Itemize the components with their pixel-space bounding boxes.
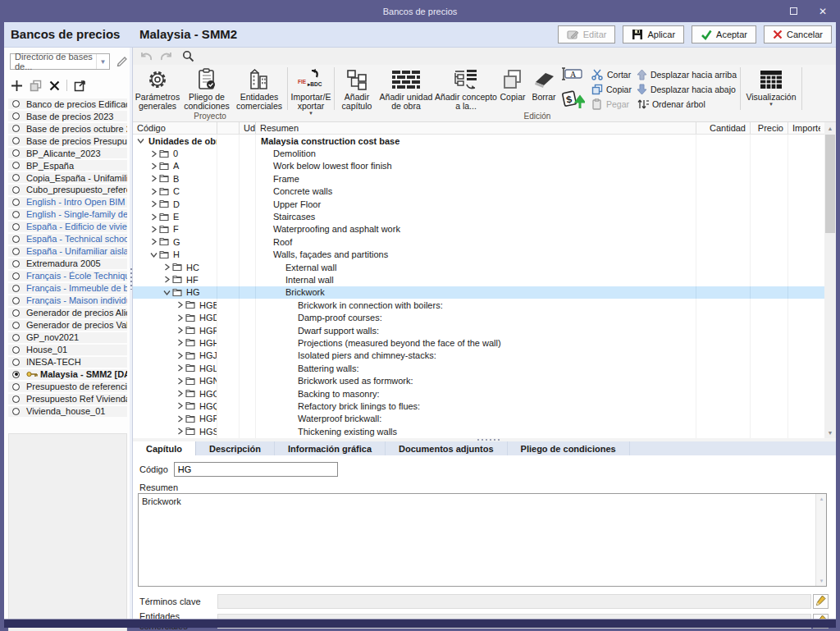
table-row[interactable]: HGOBacking to masonry: [133, 387, 824, 400]
tab-pliego-de-condiciones[interactable]: Pliego de condiciones [508, 441, 630, 455]
ribbon-button-entidades-comerciales[interactable]: Entidades comerciales [233, 65, 285, 111]
expand-icon[interactable] [148, 199, 159, 209]
list-item[interactable]: Base de precios 2023 [8, 111, 127, 121]
list-item[interactable]: Malaysia - SMM2 [DA... [8, 369, 127, 380]
list-item[interactable]: BP_Alicante_2023 [8, 148, 127, 158]
scroll-down-icon[interactable]: ▼ [824, 427, 836, 438]
list-item[interactable]: Français - École Technique [8, 271, 127, 281]
list-item[interactable]: Français - Maison individu... [8, 295, 127, 306]
resumen-scrollbar[interactable]: ▲ ▼ [815, 494, 826, 586]
expand-icon[interactable] [162, 262, 172, 272]
expand-icon[interactable] [148, 186, 159, 197]
table-row[interactable]: FWaterproofing and asphalt work [133, 223, 824, 235]
expand-icon[interactable] [175, 400, 185, 411]
table-row[interactable]: GRoof [133, 235, 824, 248]
expand-icon[interactable] [148, 224, 159, 235]
cancelar-button[interactable]: Cancelar [764, 25, 832, 43]
collapse-icon[interactable] [148, 249, 159, 260]
expand-icon[interactable] [148, 212, 159, 222]
ribbon-button-copiar[interactable]: Copiar [591, 83, 632, 96]
duplicate-database-button[interactable] [29, 79, 42, 92]
list-item[interactable]: Base de precios Presupues... [8, 135, 127, 146]
undo-button[interactable] [138, 49, 153, 64]
expand-icon[interactable] [175, 313, 185, 323]
list-item[interactable]: España - Unifamiliar aislada [8, 246, 127, 257]
aplicar-button[interactable]: Aplicar [623, 25, 684, 43]
ribbon-button-borrar[interactable]: Borrar [528, 65, 559, 102]
table-row[interactable]: HGDDamp-proof courses: [133, 311, 824, 323]
maximize-button[interactable] [779, 0, 807, 22]
list-item[interactable]: Extremadura 2005 [8, 258, 127, 269]
expand-icon[interactable] [175, 325, 185, 336]
list-item[interactable]: English - Single-family det... [8, 209, 127, 220]
tab-informaci-n-gr-fica[interactable]: Información gráfica [275, 441, 386, 455]
table-row[interactable]: DUpper Floor [133, 198, 824, 210]
table-row[interactable]: HGLBattering walls: [133, 362, 824, 374]
table-row[interactable]: HGJIsolated piers and chimney-stacks: [133, 350, 824, 362]
collapse-icon[interactable] [135, 135, 146, 146]
list-item[interactable]: House_01 [8, 345, 127, 355]
tab-descripci-n[interactable]: Descripción [196, 441, 275, 455]
ribbon-button-ordenar-rbol[interactable]: Ordenar árbol [637, 98, 737, 111]
close-button[interactable]: ✕ [809, 0, 837, 22]
list-item[interactable]: INESA-TECH [8, 357, 127, 368]
scroll-down-icon[interactable]: ▼ [816, 576, 827, 586]
expand-icon[interactable] [175, 376, 185, 386]
table-row[interactable]: HGBBrickwork in connection with boilers: [133, 299, 824, 311]
expand-icon[interactable] [175, 350, 185, 361]
collapse-icon[interactable] [162, 287, 172, 298]
scrollbar-thumb[interactable] [825, 135, 835, 233]
table-row[interactable]: HGRWaterproof brickwall: [133, 413, 824, 425]
aceptar-button[interactable]: Aceptar [692, 25, 756, 43]
expand-icon[interactable] [148, 236, 159, 247]
table-row[interactable]: HGSThickening existing walls [133, 425, 824, 437]
table-row[interactable]: HGBrickwork [133, 286, 824, 299]
tab-cap-tulo[interactable]: Capítulo [133, 441, 196, 455]
table-row[interactable]: BFrame [133, 172, 824, 185]
ribbon-button-a-adir-cap-tulo[interactable]: Añadir capítulo [336, 65, 377, 111]
table-row[interactable]: HFInternal wall [133, 273, 824, 286]
list-item[interactable]: Vivienda_house_01 [8, 406, 127, 417]
list-item[interactable]: English - Intro Open BIM [8, 197, 127, 208]
expand-icon[interactable] [175, 426, 185, 437]
expand-icon[interactable] [175, 388, 185, 399]
expand-icon[interactable] [175, 299, 185, 310]
table-row[interactable]: HGHProjections (measured beyond the face… [133, 336, 824, 349]
ribbon-button-pliego-de-condiciones[interactable]: Pliego de condiciones [180, 65, 233, 111]
column-header-blank[interactable] [217, 122, 240, 134]
expand-icon[interactable] [148, 161, 159, 171]
tab-documentos-adjuntos[interactable]: Documentos adjuntos [386, 441, 508, 455]
list-item[interactable]: Français - Immeuble de b... [8, 283, 127, 294]
list-item[interactable]: España - Edificio de vivien... [8, 222, 127, 232]
edit-directory-button[interactable] [116, 54, 128, 68]
table-row[interactable]: Unidades de obraMalaysia construction co… [133, 135, 824, 147]
expand-icon[interactable] [175, 363, 185, 373]
editar-button[interactable]: Editar [558, 25, 616, 43]
table-row[interactable]: 0Demolition [133, 147, 824, 159]
list-item[interactable]: Copia_España - Unifamilia... [8, 172, 127, 183]
visualizacion-button[interactable]: Visualización▼ [742, 65, 800, 107]
add-database-button[interactable] [10, 79, 23, 92]
table-row[interactable]: AWork below lowest floor finish [133, 160, 824, 172]
list-item[interactable]: Base de precios octubre 20... [8, 123, 127, 134]
list-item[interactable]: Presupuesto Ref Vivienda ... [8, 394, 127, 405]
redo-button[interactable] [159, 49, 174, 64]
table-row[interactable]: HGNBrickwork used as formwork: [133, 374, 824, 386]
ribbon-button-pegar[interactable]: Pegar [591, 98, 632, 111]
expand-icon[interactable] [148, 149, 159, 159]
directory-dropdown[interactable]: Directorio de bases de... ▼ [10, 53, 110, 70]
edit-terminos-button[interactable] [813, 594, 829, 609]
list-item[interactable]: Cubo_presupuesto_refere... [8, 185, 127, 195]
ribbon-button-a-adir-concepto-a-la-[interactable]: Añadir concepto a la... [435, 65, 497, 111]
ribbon-button-a-adir-unidad-de-obra[interactable]: Añadir unidad de obra [377, 65, 435, 111]
expand-icon[interactable] [175, 337, 185, 348]
table-row[interactable]: EStaircases [133, 210, 824, 222]
expand-icon[interactable] [148, 173, 159, 184]
table-row[interactable]: HGFDwarf support walls: [133, 324, 824, 336]
ribbon-button-desplazar-hacia-abajo[interactable]: Desplazar hacia abajo [637, 83, 737, 96]
expand-icon[interactable] [175, 414, 185, 424]
ribbon-button-par-metros-generales[interactable]: Parámetros generales [135, 65, 180, 111]
scroll-up-icon[interactable]: ▲ [824, 122, 836, 134]
table-row[interactable]: HGQRefactory brick linings to flues: [133, 400, 824, 412]
list-item[interactable]: Generador de precios Vale... [8, 320, 127, 331]
